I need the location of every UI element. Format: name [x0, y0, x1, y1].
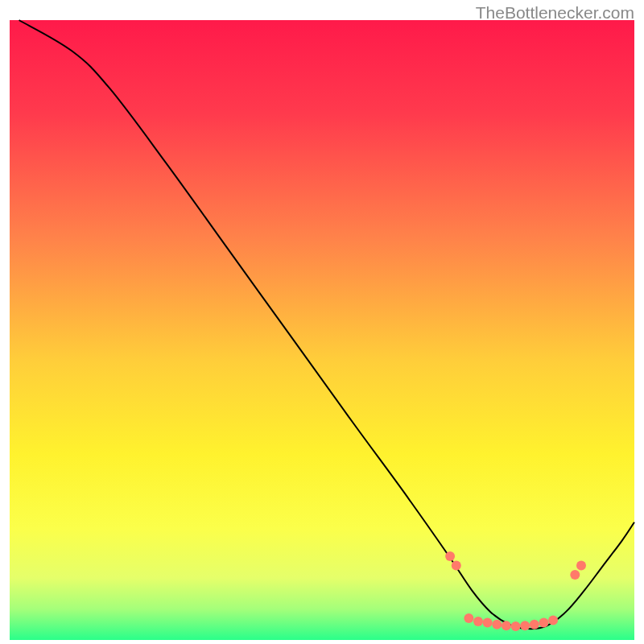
scatter-point [511, 621, 521, 631]
scatter-point [530, 620, 539, 630]
scatter-point [483, 617, 493, 627]
bottleneck-chart: TheBottlenecker.com [0, 0, 644, 644]
watermark-text: TheBottlenecker.com [476, 3, 634, 23]
scatter-point [445, 551, 455, 561]
scatter-point [570, 570, 580, 580]
gradient-background [10, 20, 634, 640]
scatter-point [452, 561, 461, 571]
scatter-point [539, 617, 549, 627]
scatter-point [492, 620, 502, 630]
scatter-point [576, 561, 586, 571]
chart-svg [0, 0, 644, 644]
scatter-point [502, 621, 511, 630]
scatter-point [464, 613, 473, 623]
scatter-point [473, 617, 483, 626]
scatter-point [548, 615, 558, 625]
scatter-point [520, 621, 530, 630]
